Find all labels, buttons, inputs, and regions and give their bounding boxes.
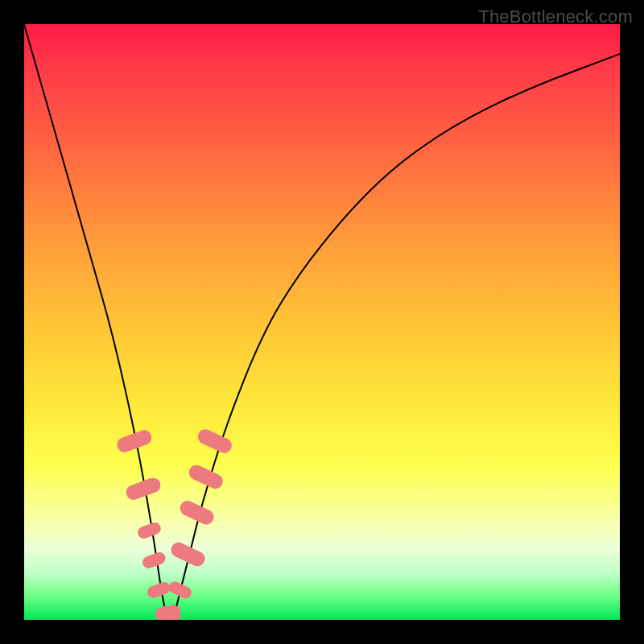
marker xyxy=(141,551,167,570)
marker xyxy=(167,580,193,601)
marker xyxy=(166,605,181,621)
plot-area xyxy=(24,24,620,620)
bottleneck-curve xyxy=(24,24,620,620)
chart-svg xyxy=(24,24,620,620)
marker xyxy=(187,463,225,492)
marker xyxy=(168,540,207,569)
marker xyxy=(136,521,163,540)
marker xyxy=(146,580,172,600)
marker xyxy=(196,427,234,456)
watermark-text: TheBottleneck.com xyxy=(478,6,633,27)
